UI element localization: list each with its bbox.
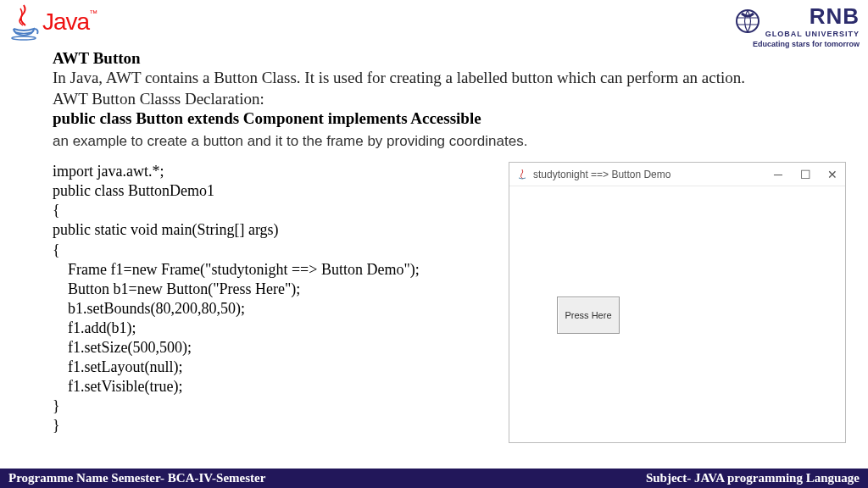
class-declaration: public class Button extends Component im… [53,109,868,128]
java-logo: Java™ [8,3,97,41]
footer-subject: Subject- JAVA programming Language [646,471,860,485]
intro-text: In Java, AWT contains a Button Class. It… [53,68,868,89]
java-cup-icon [8,3,39,41]
java-window-icon [516,169,528,180]
rnb-globe-icon [735,8,760,34]
code-block: import java.awt.*; public class ButtonDe… [53,162,420,443]
minimize-icon[interactable]: ─ [772,169,784,180]
demo-window-title: studytonight ==> Button Demo [533,169,772,180]
maximize-icon[interactable]: ☐ [799,169,811,180]
footer-programme: Programme Name Semester- BCA-IV-Semester [8,471,265,485]
press-here-button[interactable]: Press Here [557,297,620,334]
rnb-subtitle: GLOBAL UNIVERSITY [765,30,860,38]
svg-point-0 [12,36,36,40]
footer: Programme Name Semester- BCA-IV-Semester… [0,469,868,488]
section-title: AWT Button [53,49,868,68]
rnb-tagline: Educating stars for tomorrow [735,40,860,48]
java-brand-text: Java™ [42,8,97,36]
rnb-logo: RNB GLOBAL UNIVERSITY Educating stars fo… [735,3,860,48]
demo-titlebar: studytonight ==> Button Demo ─ ☐ ✕ [509,163,845,186]
header: Java™ RNB GLOBAL UNIVERSITY Educating st… [0,0,868,49]
main-content: AWT Button In Java, AWT contains a Butto… [0,49,868,443]
rnb-brand-text: RNB [765,3,860,30]
window-controls: ─ ☐ ✕ [772,169,838,180]
demo-body: Press Here [509,186,845,442]
example-description: an example to create a button and it to … [53,133,868,150]
close-icon[interactable]: ✕ [826,169,838,180]
demo-window: studytonight ==> Button Demo ─ ☐ ✕ Press… [509,162,846,443]
decl-label: AWT Button Classs Declaration: [53,89,868,110]
svg-point-1 [737,10,759,32]
